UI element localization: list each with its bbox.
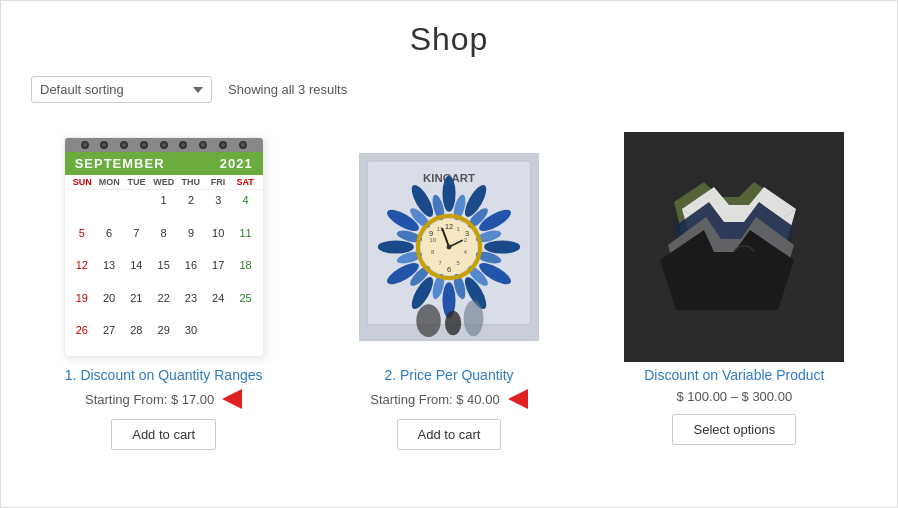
- svg-point-45: [445, 311, 461, 336]
- product-price-3: $ 100.00 – $ 300.00: [676, 389, 792, 404]
- svg-text:7: 7: [438, 260, 441, 266]
- toolbar: Default sorting Sort by popularity Sort …: [31, 76, 867, 103]
- svg-text:5: 5: [456, 260, 459, 266]
- calendar-visual: SEPTEMBER 2021 SUN MON TUE WED THU FRI S…: [64, 137, 264, 357]
- product-image-calendar: SEPTEMBER 2021 SUN MON TUE WED THU FRI S…: [31, 127, 296, 367]
- svg-text:6: 6: [447, 265, 451, 274]
- results-count: Showing all 3 results: [228, 82, 347, 97]
- product-title-3[interactable]: Discount on Variable Product: [644, 367, 824, 383]
- calendar-spiral: [65, 138, 263, 152]
- product-image-tshirts: [602, 127, 867, 367]
- add-to-cart-button-1[interactable]: Add to cart: [111, 419, 216, 450]
- product-price-2: Starting From: $ 40.00: [370, 389, 527, 409]
- product-card-3: Discount on Variable Product $ 100.00 – …: [602, 127, 867, 450]
- svg-point-44: [416, 304, 441, 337]
- price-arrow-1: [222, 389, 242, 409]
- svg-text:10: 10: [429, 237, 435, 243]
- products-grid: SEPTEMBER 2021 SUN MON TUE WED THU FRI S…: [31, 127, 867, 450]
- product-image-clock: KINGART: [316, 127, 581, 367]
- svg-point-43: [447, 245, 452, 250]
- calendar-days-header: SUN MON TUE WED THU FRI SAT: [65, 175, 263, 190]
- svg-point-6: [484, 240, 520, 253]
- calendar-month: SEPTEMBER: [75, 156, 165, 171]
- svg-point-12: [378, 240, 414, 253]
- product-card-2: KINGART: [316, 127, 581, 450]
- svg-point-3: [442, 176, 455, 212]
- svg-text:1: 1: [456, 226, 459, 232]
- select-options-button-3[interactable]: Select options: [672, 414, 796, 445]
- svg-point-46: [464, 300, 484, 336]
- product-price-1: Starting From: $ 17.00: [85, 389, 242, 409]
- svg-text:2: 2: [464, 237, 467, 243]
- price-arrow-2: [508, 389, 528, 409]
- add-to-cart-button-2[interactable]: Add to cart: [397, 419, 502, 450]
- calendar-header: SEPTEMBER 2021: [65, 152, 263, 175]
- product-title-1[interactable]: 1. Discount on Quantity Ranges: [65, 367, 263, 383]
- calendar-body: 1 2 3 4 5 6 7 8 9 10 11 12 13: [65, 190, 263, 356]
- clock-visual: KINGART: [359, 147, 539, 347]
- calendar-year: 2021: [220, 156, 253, 171]
- product-card-1: SEPTEMBER 2021 SUN MON TUE WED THU FRI S…: [31, 127, 296, 450]
- sort-select[interactable]: Default sorting Sort by popularity Sort …: [31, 76, 212, 103]
- svg-text:9: 9: [429, 229, 433, 238]
- svg-text:8: 8: [431, 249, 434, 255]
- svg-text:12: 12: [445, 222, 453, 231]
- product-title-2[interactable]: 2. Price Per Quantity: [384, 367, 513, 383]
- shop-page: Shop Default sorting Sort by popularity …: [0, 0, 898, 508]
- svg-text:3: 3: [465, 229, 469, 238]
- page-title: Shop: [31, 21, 867, 58]
- tshirts-visual: [624, 132, 844, 362]
